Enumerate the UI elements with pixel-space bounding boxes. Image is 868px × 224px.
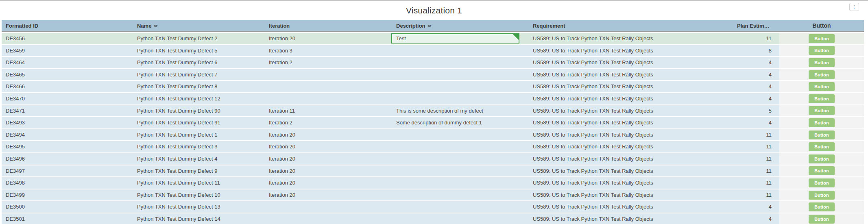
table-row[interactable]: DE3466Python TXN Test Dummy Defect 8US58… (2, 81, 864, 92)
row-cell-name: Python TXN Test Dummy Defect 7 (134, 69, 266, 80)
row-action-button[interactable]: Button (809, 106, 835, 115)
row-cell-button: Button (779, 201, 864, 213)
row-action-button[interactable]: Button (809, 202, 835, 211)
row-cell-description (390, 153, 529, 165)
row-cell-button: Button (779, 177, 864, 189)
row-cell-description (390, 165, 529, 177)
row-cell-plan-estimate: 4 (737, 93, 778, 104)
row-action-button[interactable]: Button (809, 142, 835, 151)
column-header-formatted-id[interactable]: Formatted ID (2, 20, 134, 31)
row-cell-button: Button (779, 93, 864, 104)
row-cell-plan-estimate: 5 (737, 105, 778, 117)
row-cell-plan-estimate: 11 (737, 33, 778, 44)
row-action-button[interactable]: Button (809, 58, 835, 67)
row-action-button[interactable]: Button (809, 130, 835, 139)
row-cell-requirement: US589: US to Track Python TXN Test Rally… (529, 45, 737, 57)
row-cell-iteration (266, 93, 390, 104)
row-cell-button: Button (779, 117, 864, 128)
row-cell-name: Python TXN Test Dummy Defect 8 (134, 81, 266, 92)
column-header-label: Formatted ID (6, 23, 38, 29)
row-cell-iteration: Iteration 11 (266, 105, 390, 117)
row-cell-requirement: US589: US to Track Python TXN Test Rally… (529, 81, 737, 92)
row-cell-name: Python TXN Test Dummy Defect 3 (134, 141, 266, 152)
row-cell-requirement: US589: US to Track Python TXN Test Rally… (529, 93, 737, 104)
row-action-button[interactable]: Button (809, 191, 835, 200)
row-cell-name: Python TXN Test Dummy Defect 10 (134, 189, 266, 201)
row-cell-formatted-id: DE3495 (2, 141, 134, 152)
row-cell-requirement: US589: US to Track Python TXN Test Rally… (529, 189, 737, 201)
table-row[interactable]: DE3459Python TXN Test Dummy Defect 5Iter… (2, 45, 864, 57)
row-cell-description (390, 141, 529, 152)
table-row[interactable]: DE3456Python TXN Test Dummy Defect 2Iter… (2, 33, 864, 44)
row-cell-requirement: US589: US to Track Python TXN Test Rally… (529, 117, 737, 128)
row-action-button[interactable]: Button (809, 34, 835, 43)
table-row[interactable]: DE3498Python TXN Test Dummy Defect 11Ite… (2, 177, 864, 189)
row-cell-iteration (266, 81, 390, 92)
table-header-row: Formatted IDName✏IterationDescription✏Re… (2, 20, 864, 32)
table-row[interactable]: DE3501Python TXN Test Dummy Defect 14US5… (2, 213, 864, 224)
row-action-button[interactable]: Button (809, 82, 835, 91)
table-row[interactable]: DE3465Python TXN Test Dummy Defect 7US58… (2, 69, 864, 80)
row-action-button[interactable]: Button (809, 118, 835, 127)
table-row[interactable]: DE3495Python TXN Test Dummy Defect 3Iter… (2, 141, 864, 152)
column-header-plan-estimate[interactable]: Plan Estimate (737, 20, 778, 31)
row-cell-formatted-id: DE3499 (2, 189, 134, 201)
row-cell-plan-estimate: 11 (737, 141, 778, 152)
row-cell-button: Button (779, 129, 864, 141)
row-cell-plan-estimate: 11 (737, 153, 778, 165)
kebab-menu-button[interactable]: ⋮ (849, 3, 859, 11)
title-bar: Visualization 1 ⋮ (0, 1, 868, 20)
table-row[interactable]: DE3471Python TXN Test Dummy Defect 90Ite… (2, 105, 864, 117)
row-action-button[interactable]: Button (809, 46, 835, 55)
row-cell-requirement: US589: US to Track Python TXN Test Rally… (529, 165, 737, 177)
row-action-button[interactable]: Button (809, 154, 835, 163)
row-cell-plan-estimate: 4 (737, 81, 778, 92)
table-row[interactable]: DE3494Python TXN Test Dummy Defect 1Iter… (2, 129, 864, 141)
row-cell-name: Python TXN Test Dummy Defect 5 (134, 45, 266, 57)
row-cell-button: Button (779, 141, 864, 152)
table-row[interactable]: DE3500Python TXN Test Dummy Defect 13US5… (2, 201, 864, 213)
row-cell-button: Button (779, 213, 864, 224)
row-cell-button: Button (779, 105, 864, 117)
row-cell-name: Python TXN Test Dummy Defect 6 (134, 57, 266, 68)
description-edit-value: Test (396, 35, 406, 41)
row-cell-name: Python TXN Test Dummy Defect 9 (134, 165, 266, 177)
defect-table: Formatted IDName✏IterationDescription✏Re… (0, 20, 868, 224)
row-cell-formatted-id: DE3498 (2, 177, 134, 189)
column-header-requirement[interactable]: Requirement (529, 20, 737, 31)
row-cell-formatted-id: DE3456 (2, 33, 134, 44)
row-cell-requirement: US589: US to Track Python TXN Test Rally… (529, 105, 737, 117)
table-row[interactable]: DE3493Python TXN Test Dummy Defect 91Ite… (2, 117, 864, 128)
row-cell-description: This is some description of my defect (390, 105, 529, 117)
row-cell-requirement: US589: US to Track Python TXN Test Rally… (529, 177, 737, 189)
table-row[interactable]: DE3497Python TXN Test Dummy Defect 9Iter… (2, 165, 864, 177)
row-cell-name: Python TXN Test Dummy Defect 4 (134, 153, 266, 165)
row-cell-button: Button (779, 33, 864, 44)
table-row[interactable]: DE3499Python TXN Test Dummy Defect 10Ite… (2, 189, 864, 201)
table-row[interactable]: DE3496Python TXN Test Dummy Defect 4Iter… (2, 153, 864, 165)
column-header-iteration[interactable]: Iteration (266, 20, 390, 31)
row-action-button[interactable]: Button (809, 70, 835, 79)
row-cell-requirement: US589: US to Track Python TXN Test Rally… (529, 69, 737, 80)
row-action-button[interactable]: Button (809, 215, 835, 224)
row-cell-plan-estimate: 4 (737, 201, 778, 213)
column-header-label: Iteration (269, 23, 290, 29)
description-edit-cell[interactable]: Test (391, 33, 519, 43)
column-header-name[interactable]: Name✏ (134, 20, 266, 31)
row-cell-formatted-id: DE3497 (2, 165, 134, 177)
visualization-panel: Visualization 1 ⋮ Formatted IDName✏Itera… (0, 0, 868, 224)
row-action-button[interactable]: Button (809, 94, 835, 103)
column-header-button: Button (779, 20, 864, 31)
row-cell-button: Button (779, 189, 864, 201)
table-row[interactable]: DE3464Python TXN Test Dummy Defect 6Iter… (2, 57, 864, 68)
row-action-button[interactable]: Button (809, 178, 835, 187)
row-cell-description (390, 189, 529, 201)
row-cell-formatted-id: DE3493 (2, 117, 134, 128)
row-cell-iteration (266, 213, 390, 224)
edit-pencil-icon: ✏ (154, 23, 158, 29)
row-cell-iteration: Iteration 20 (266, 177, 390, 189)
table-row[interactable]: DE3470Python TXN Test Dummy Defect 12US5… (2, 93, 864, 104)
row-action-button[interactable]: Button (809, 166, 835, 175)
row-cell-plan-estimate: 11 (737, 165, 778, 177)
column-header-description[interactable]: Description✏ (390, 20, 529, 31)
